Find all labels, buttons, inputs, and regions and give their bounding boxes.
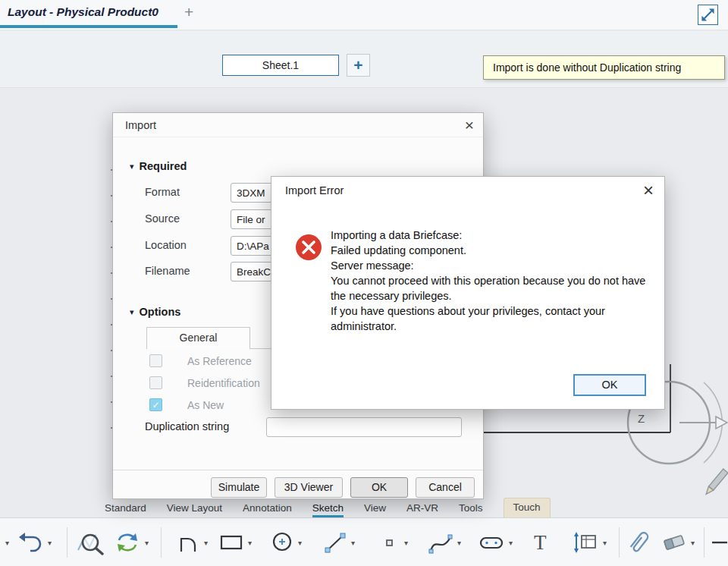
sketch-toolbar: ▾ ▾ ▾ ▾ ▾ <box>0 517 728 566</box>
chevron-down-icon[interactable]: ▾ <box>404 539 408 547</box>
filename-label: Filename <box>145 265 190 277</box>
error-message-line: Failed updating component. <box>331 243 661 258</box>
undo-icon <box>18 531 44 554</box>
line-segment-tool-button[interactable] <box>711 527 728 558</box>
paperclip-icon <box>628 528 651 557</box>
document-tab[interactable]: Layout - Physical Product0 <box>8 5 158 19</box>
magnifier-icon <box>76 530 105 555</box>
active-tab-underline <box>0 25 177 28</box>
error-dialog-close-icon[interactable]: × <box>643 180 654 201</box>
chevron-down-icon[interactable]: ▾ <box>298 539 302 547</box>
preview-zoom-button[interactable] <box>76 527 105 558</box>
point-icon <box>378 531 400 554</box>
circle-icon <box>270 530 294 555</box>
circle-tool-button[interactable]: ▾ <box>270 527 302 558</box>
notification-tooltip: Import is done without Duplication strin… <box>483 55 725 80</box>
import-ok-button[interactable]: OK <box>350 477 408 498</box>
toolbar-overflow-button[interactable]: ▾ <box>2 527 9 558</box>
chevron-down-icon[interactable]: ▾ <box>145 539 149 547</box>
error-message-line: Server message: <box>331 258 661 273</box>
chevron-down-icon[interactable]: ▾ <box>351 539 355 547</box>
required-section-label: Required <box>140 160 187 172</box>
toolbar-separator <box>161 527 162 558</box>
error-message-line: You cannot proceed with this operation b… <box>331 273 661 303</box>
source-label: Source <box>145 212 180 225</box>
eraser-icon <box>661 531 687 554</box>
eraser-tool-button[interactable]: ▾ <box>661 527 695 558</box>
chevron-down-icon[interactable]: ▾ <box>603 539 607 547</box>
import-error-dialog: Import Error × Importing a data Briefcas… <box>271 176 665 410</box>
pencil-cursor-icon <box>704 466 728 501</box>
chevron-down-icon[interactable]: ▾ <box>48 539 52 547</box>
error-ok-button[interactable]: OK <box>573 374 646 396</box>
sheet-tab[interactable]: Sheet.1 <box>222 55 339 76</box>
line-tool-button[interactable]: ▾ <box>323 527 355 558</box>
rectangle-tool-button[interactable]: ▾ <box>218 527 252 558</box>
profile-tool-button[interactable]: ▾ <box>177 527 208 558</box>
chevron-down-icon[interactable]: ▾ <box>248 539 252 547</box>
slot-tool-button[interactable]: ▾ <box>478 527 513 558</box>
3d-viewer-button[interactable]: 3D Viewer <box>275 477 343 498</box>
add-sheet-button[interactable]: + <box>347 54 370 77</box>
attach-tool-button[interactable] <box>628 527 651 558</box>
text-tool-icon: T <box>534 531 547 555</box>
duplication-string-input[interactable] <box>266 417 462 437</box>
dimension-tool-button[interactable]: ▾ <box>572 527 607 558</box>
required-section-header[interactable]: ▾Required <box>130 160 187 172</box>
toolbar-separator <box>704 527 704 558</box>
reidentification-checkbox[interactable] <box>149 376 162 389</box>
collapse-arrow-icon: ▾ <box>130 162 134 171</box>
tab-touch[interactable]: Touch <box>504 498 551 517</box>
reidentification-label: Reidentification <box>187 377 260 389</box>
chevron-down-icon[interactable]: ▾ <box>691 539 695 547</box>
import-dialog-title: Import <box>125 119 156 131</box>
slot-icon <box>478 532 505 553</box>
text-tool-button[interactable]: T <box>534 527 547 558</box>
error-message-line: If you have questions about your privile… <box>331 303 661 334</box>
options-section-header[interactable]: ▾Options <box>130 306 180 318</box>
expand-window-button[interactable] <box>698 5 718 25</box>
sheet-bar: Sheet.1 + Import is done without Duplica… <box>0 31 728 88</box>
tab-tools[interactable]: Tools <box>459 502 483 517</box>
point-tool-button[interactable]: ▾ <box>378 527 408 558</box>
cancel-button[interactable]: Cancel <box>416 477 475 498</box>
as-reference-checkbox[interactable] <box>149 354 162 367</box>
chevron-down-icon[interactable]: ▾ <box>509 539 513 547</box>
format-label: Format <box>145 186 180 198</box>
toolbar-separator <box>619 527 620 558</box>
tab-sketch[interactable]: Sketch <box>312 502 344 517</box>
new-tab-button[interactable]: + <box>184 3 193 21</box>
check-icon: ✓ <box>152 400 159 410</box>
rectangle-icon <box>218 532 244 553</box>
profile-icon <box>177 531 200 554</box>
error-icon <box>295 234 322 261</box>
toolbar-separator <box>67 527 67 558</box>
as-new-label: As New <box>187 399 224 411</box>
line-icon <box>323 531 347 554</box>
error-message: Importing a data Briefcase: Failed updat… <box>331 228 661 334</box>
update-button[interactable]: ▾ <box>114 527 149 558</box>
undo-button[interactable]: ▾ <box>18 527 52 558</box>
update-arrows-icon <box>114 530 141 555</box>
options-section-label: Options <box>140 306 181 318</box>
chevron-down-icon: ▾ <box>5 539 9 547</box>
as-new-checkbox[interactable]: ✓ <box>149 398 162 411</box>
tab-ar-vr[interactable]: AR-VR <box>406 502 438 517</box>
spline-tool-button[interactable]: ▾ <box>428 527 461 558</box>
duplication-string-label: Duplication string <box>145 420 229 432</box>
tab-view-layout[interactable]: View Layout <box>167 502 222 517</box>
tab-annotation[interactable]: Annotation <box>243 502 292 517</box>
ribbon-tab-bar: Standard View Layout Annotation Sketch V… <box>0 497 728 517</box>
import-dialog-close-icon[interactable]: × <box>465 115 474 135</box>
tab-general[interactable]: General <box>146 327 250 349</box>
tab-standard[interactable]: Standard <box>105 502 146 517</box>
error-message-line: Importing a data Briefcase: <box>331 228 661 243</box>
collapse-arrow-icon: ▾ <box>130 307 134 316</box>
tab-view[interactable]: View <box>364 502 386 517</box>
simulate-button[interactable]: Simulate <box>211 477 267 498</box>
title-bar: Layout - Physical Product0 + <box>0 0 728 30</box>
import-dialog-titlebar[interactable]: Import × <box>113 113 483 137</box>
chevron-down-icon[interactable]: ▾ <box>204 539 208 547</box>
chevron-down-icon[interactable]: ▾ <box>457 539 461 547</box>
dimension-icon <box>572 530 599 555</box>
